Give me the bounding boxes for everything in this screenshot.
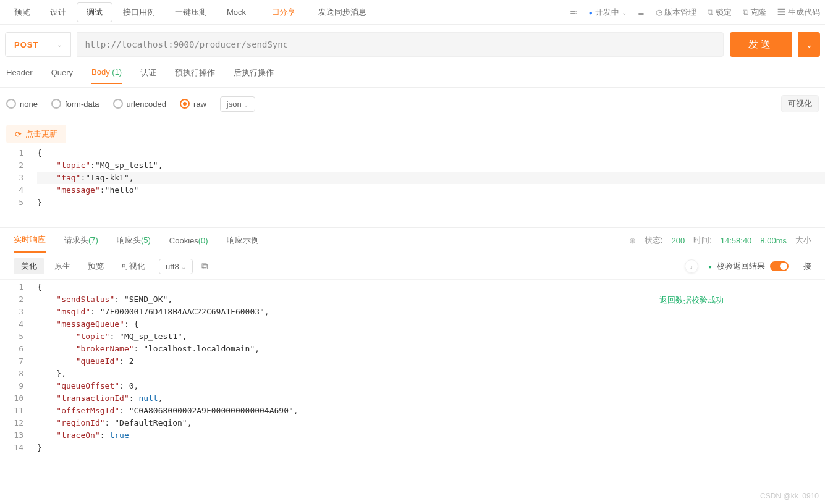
tab-response-example[interactable]: 响应示例 bbox=[227, 235, 259, 246]
tab-preview[interactable]: 预览 bbox=[5, 3, 40, 22]
dev-status-dropdown[interactable]: 开发中 ⌄ bbox=[589, 7, 627, 18]
tab-usecase[interactable]: 接口用例 bbox=[114, 3, 164, 22]
response-tabs: 实时响应 请求头(7) 响应头(5) Cookies(0) 响应示例 ⊕ 状态:… bbox=[0, 227, 825, 253]
page-title: 发送同步消息 bbox=[318, 7, 366, 18]
top-nav: 预览 设计 调试 接口用例 一键压测 Mock ☐分享 发送同步消息 ≕ 开发中… bbox=[0, 0, 825, 25]
tab-realtime-response[interactable]: 实时响应 bbox=[14, 228, 46, 253]
response-time: 14:58:40 bbox=[721, 236, 752, 245]
url-input[interactable] bbox=[77, 32, 724, 57]
tab-design[interactable]: 设计 bbox=[41, 3, 75, 22]
visualize-button[interactable]: 可视化 bbox=[781, 95, 819, 112]
validate-toggle[interactable]: ● 校验返回结果 bbox=[708, 261, 789, 272]
response-body-editor[interactable]: 1234567891011121314 { "sendStatus": "SEN… bbox=[0, 280, 649, 460]
copy-icon[interactable]: ⧉ bbox=[201, 261, 208, 272]
share-button[interactable]: ☐分享 bbox=[263, 3, 305, 22]
tab-loadtest[interactable]: 一键压测 bbox=[166, 3, 216, 22]
tab-pre[interactable]: 预执行操作 bbox=[175, 67, 215, 85]
tab-mock[interactable]: Mock bbox=[218, 4, 255, 20]
send-more-button[interactable]: ⌄ bbox=[798, 32, 820, 57]
status-code: 200 bbox=[671, 236, 685, 245]
sort-icon[interactable]: ≣ bbox=[638, 7, 645, 17]
tab-debug[interactable]: 调试 bbox=[77, 2, 112, 22]
send-button[interactable]: 发送 bbox=[730, 32, 792, 57]
body-type-row: none form-data urlencoded raw json ⌄ 可视化 bbox=[0, 88, 825, 120]
radio-raw[interactable]: raw bbox=[180, 99, 206, 109]
response-duration: 8.00ms bbox=[760, 236, 787, 245]
validation-message: 返回数据校验成功 bbox=[659, 295, 724, 304]
preview-button[interactable]: 预览 bbox=[80, 258, 111, 274]
raw-button[interactable]: 原生 bbox=[47, 258, 78, 274]
chevron-down-icon: ⌄ bbox=[57, 41, 62, 48]
validation-panel: 返回数据校验成功 bbox=[649, 280, 816, 460]
refresh-icon: ⟳ bbox=[15, 130, 22, 139]
globe-icon: ⊕ bbox=[629, 236, 636, 245]
expand-icon[interactable]: › bbox=[685, 259, 698, 273]
request-body-editor[interactable]: 12345 { "topic":"MQ_sp_test1", "tag":"Ta… bbox=[0, 146, 825, 227]
tab-auth[interactable]: 认证 bbox=[140, 67, 156, 85]
tab-query[interactable]: Query bbox=[51, 68, 73, 83]
extra-label: 接 bbox=[803, 261, 811, 272]
response-toolbar: 美化 原生 预览 可视化 utf8 ⌄ ⧉ › ● 校验返回结果 接 bbox=[0, 253, 825, 280]
tab-response-headers[interactable]: 响应头(5) bbox=[117, 235, 151, 246]
encoding-select[interactable]: utf8 ⌄ bbox=[159, 259, 193, 274]
visual-button[interactable]: 可视化 bbox=[114, 258, 153, 274]
switch-on-icon bbox=[770, 261, 789, 271]
gencode-button[interactable]: ☰ 生成代码 bbox=[777, 7, 820, 18]
raw-format-select[interactable]: json ⌄ bbox=[220, 96, 255, 112]
refresh-button[interactable]: ⟳ 点击更新 bbox=[6, 125, 66, 143]
beautify-button[interactable]: 美化 bbox=[14, 258, 44, 274]
tab-request-headers[interactable]: 请求头(7) bbox=[64, 235, 98, 246]
tab-cookies[interactable]: Cookies(0) bbox=[169, 236, 208, 245]
radio-form-data[interactable]: form-data bbox=[51, 99, 99, 109]
tab-post[interactable]: 后执行操作 bbox=[234, 67, 274, 85]
lock-button[interactable]: ⧉ 锁定 bbox=[708, 7, 732, 18]
request-tabs: Header Query Body (1) 认证 预执行操作 后执行操作 bbox=[0, 64, 825, 88]
radio-none[interactable]: none bbox=[6, 99, 38, 109]
response-meta: ⊕ 状态: 200 时间: 14:58:40 8.00ms 大小 bbox=[629, 235, 811, 246]
version-button[interactable]: ◷ 版本管理 bbox=[656, 7, 697, 18]
request-url-row: POST ⌄ 发送 ⌄ bbox=[0, 25, 825, 64]
clone-button[interactable]: ⧉ 克隆 bbox=[743, 7, 767, 18]
tab-body[interactable]: Body (1) bbox=[91, 67, 122, 84]
radio-urlencoded[interactable]: urlencoded bbox=[113, 99, 166, 109]
tab-header[interactable]: Header bbox=[6, 68, 33, 83]
chevron-down-icon: ⌄ bbox=[806, 40, 813, 49]
method-select[interactable]: POST ⌄ bbox=[5, 32, 71, 57]
format-icon[interactable]: ≕ bbox=[570, 7, 578, 17]
